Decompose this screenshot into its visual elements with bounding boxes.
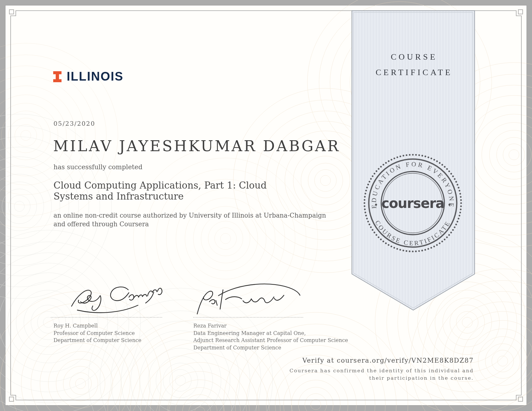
signatory-name: Roy H. Campbell — [53, 322, 141, 330]
illinois-block-i-icon — [53, 71, 62, 82]
signatory-roy-campbell: Roy H. Campbell Professor of Computer Sc… — [53, 322, 141, 344]
university-logo: ILLINOIS — [53, 70, 123, 83]
signatory-title: Professor of Computer Science — [53, 330, 141, 337]
university-wordmark: ILLINOIS — [67, 70, 123, 83]
course-title: Cloud Computing Applications, Part 1: Cl… — [53, 180, 267, 202]
signatory-reza-farivar: Reza Farivar Data Engineering Manager at… — [193, 322, 348, 351]
completion-statement: has successfully completed — [53, 163, 142, 171]
course-title-line1: Cloud Computing Applications, Part 1: Cl… — [53, 180, 267, 191]
certificate-page: COURSE CERTIFICATE EDUCATION FOR EVERYON… — [0, 0, 532, 411]
verification-confirmation: Coursera has confirmed the identity of t… — [290, 367, 474, 382]
completion-date: 05/23/2020 — [53, 120, 95, 127]
authorization-statement: an online non-credit course authorized b… — [53, 211, 326, 229]
signatory-name: Reza Farivar — [193, 322, 348, 330]
verify-url-text: Verify at coursera.org/verify/VN2ME8K8DZ… — [290, 357, 474, 364]
verification-block: Verify at coursera.org/verify/VN2ME8K8DZ… — [290, 357, 474, 382]
recipient-name: MILAV JAYESHKUMAR DABGAR — [53, 137, 340, 155]
confirmation-line1: Coursera has confirmed the identity of t… — [290, 367, 474, 375]
confirmation-line2: their participation in the course. — [290, 375, 474, 382]
authorization-line1: an online non-credit course authorized b… — [53, 211, 326, 220]
signatory-title: Adjunct Research Assistant Professor of … — [193, 337, 348, 344]
signatory-title: Department of Computer Science — [53, 337, 141, 344]
authorization-line2: and offered through Coursera — [53, 220, 326, 229]
signatory-title: Data Engineering Manager at Capital One, — [193, 330, 348, 337]
signatory-title: Department of Computer Science — [193, 344, 348, 352]
course-title-line2: Systems and Infrastructure — [53, 191, 267, 202]
